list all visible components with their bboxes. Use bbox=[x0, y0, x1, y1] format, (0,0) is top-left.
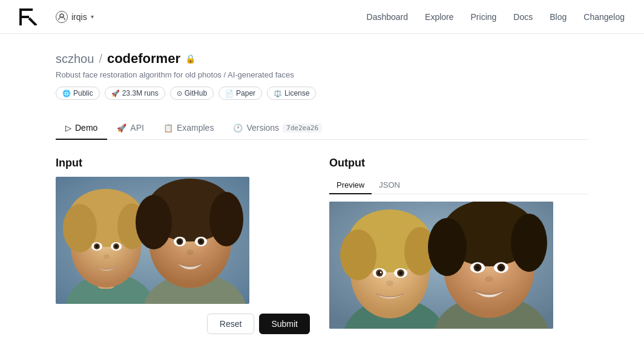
api-icon: 🚀 bbox=[117, 123, 126, 133]
output-tab-json[interactable]: JSON bbox=[372, 177, 407, 194]
tab-examples-label: Examples bbox=[177, 123, 214, 133]
svg-point-28 bbox=[200, 240, 203, 243]
tab-api-label: API bbox=[130, 123, 144, 133]
paper-icon: 📄 bbox=[225, 90, 234, 97]
svg-point-16 bbox=[209, 192, 243, 246]
output-title: Output bbox=[329, 157, 588, 170]
username-label: irqis bbox=[71, 12, 87, 22]
badges-row: 🌐 Public 🚀 23.3M runs ⊙ GitHub 📄 Paper ⚖… bbox=[56, 87, 588, 100]
svg-point-43 bbox=[511, 214, 547, 272]
nav-explore[interactable]: Explore bbox=[425, 12, 453, 22]
badge-runs[interactable]: 🚀 23.3M runs bbox=[105, 87, 165, 100]
badge-public[interactable]: 🌐 Public bbox=[56, 87, 100, 100]
input-title: Input bbox=[56, 157, 310, 170]
chevron-down-icon: ▾ bbox=[91, 13, 94, 20]
repo-owner: sczhou bbox=[56, 52, 94, 66]
input-photo bbox=[56, 177, 249, 304]
svg-point-47 bbox=[380, 272, 382, 274]
badge-license-label: License bbox=[284, 89, 309, 97]
repo-separator: / bbox=[99, 52, 102, 66]
lock-icon: 🔒 bbox=[185, 54, 196, 64]
nav-changelog[interactable]: Changelog bbox=[583, 12, 625, 22]
main-area: Input bbox=[56, 157, 588, 334]
svg-rect-1 bbox=[19, 8, 33, 11]
svg-point-58 bbox=[485, 276, 493, 282]
examples-icon: 📋 bbox=[163, 123, 173, 133]
output-tab-preview[interactable]: Preview bbox=[329, 177, 372, 194]
svg-point-25 bbox=[179, 240, 182, 243]
page-content: sczhou / codeformer 🔒 Robust face restor… bbox=[0, 34, 644, 334]
nav-docs[interactable]: Docs bbox=[513, 12, 533, 22]
license-icon: ⚖️ bbox=[274, 90, 282, 97]
output-tabs: Preview JSON bbox=[329, 177, 588, 194]
submit-button[interactable]: Submit bbox=[259, 314, 310, 334]
main-nav: Dashboard Explore Pricing Docs Blog Chan… bbox=[367, 12, 625, 22]
tab-api[interactable]: 🚀 API bbox=[107, 117, 154, 140]
input-section: Input bbox=[56, 157, 310, 334]
header: irqis ▾ Dashboard Explore Pricing Docs B… bbox=[0, 0, 644, 34]
svg-point-29 bbox=[104, 254, 110, 259]
github-icon: ⊙ bbox=[177, 90, 182, 97]
tab-demo-label: Demo bbox=[75, 123, 97, 133]
nav-pricing[interactable]: Pricing bbox=[471, 12, 497, 22]
nav-dashboard[interactable]: Dashboard bbox=[367, 12, 409, 22]
nav-blog[interactable]: Blog bbox=[550, 12, 567, 22]
tab-demo[interactable]: ▷ Demo bbox=[56, 117, 107, 140]
svg-point-22 bbox=[115, 245, 118, 248]
svg-point-53 bbox=[476, 266, 479, 269]
reset-button[interactable]: Reset bbox=[207, 314, 255, 334]
svg-point-50 bbox=[399, 271, 402, 275]
tab-versions-label: Versions bbox=[246, 123, 279, 133]
input-image bbox=[56, 177, 249, 304]
svg-point-56 bbox=[499, 266, 503, 269]
page-tabs: ▷ Demo 🚀 API 📋 Examples 🕐 Versions 7de2e… bbox=[56, 117, 588, 140]
badge-paper-label: Paper bbox=[236, 89, 255, 97]
svg-point-39 bbox=[340, 229, 376, 280]
svg-rect-2 bbox=[19, 16, 29, 18]
runs-icon: 🚀 bbox=[111, 90, 120, 97]
svg-point-57 bbox=[386, 280, 393, 286]
svg-point-19 bbox=[96, 245, 99, 248]
svg-point-15 bbox=[136, 195, 172, 249]
svg-point-42 bbox=[428, 218, 467, 276]
tab-examples[interactable]: 📋 Examples bbox=[154, 117, 223, 140]
badge-paper[interactable]: 📄 Paper bbox=[218, 87, 262, 100]
badge-github-label: GitHub bbox=[185, 89, 207, 97]
version-hash: 7de2ea26 bbox=[283, 123, 322, 133]
badge-public-label: Public bbox=[73, 89, 93, 97]
tab-versions[interactable]: 🕐 Versions 7de2ea26 bbox=[223, 117, 332, 140]
play-icon: ▷ bbox=[65, 123, 71, 133]
badge-runs-label: 23.3M runs bbox=[122, 89, 159, 97]
badge-license[interactable]: ⚖️ License bbox=[267, 87, 316, 100]
repo-description: Robust face restoration algorithm for ol… bbox=[56, 70, 588, 79]
repo-name: codeformer bbox=[107, 51, 180, 67]
logo[interactable] bbox=[19, 8, 39, 25]
output-photo bbox=[329, 202, 553, 329]
repo-header: sczhou / codeformer 🔒 bbox=[56, 51, 588, 67]
user-avatar-icon bbox=[56, 11, 68, 23]
versions-icon: 🕐 bbox=[233, 123, 243, 133]
output-image bbox=[329, 202, 553, 329]
user-menu[interactable]: irqis ▾ bbox=[51, 8, 99, 25]
action-buttons: Reset Submit bbox=[56, 314, 310, 334]
output-section: Output Preview JSON bbox=[329, 157, 588, 334]
globe-icon: 🌐 bbox=[62, 90, 71, 97]
svg-point-30 bbox=[186, 250, 194, 255]
badge-github[interactable]: ⊙ GitHub bbox=[170, 87, 214, 100]
